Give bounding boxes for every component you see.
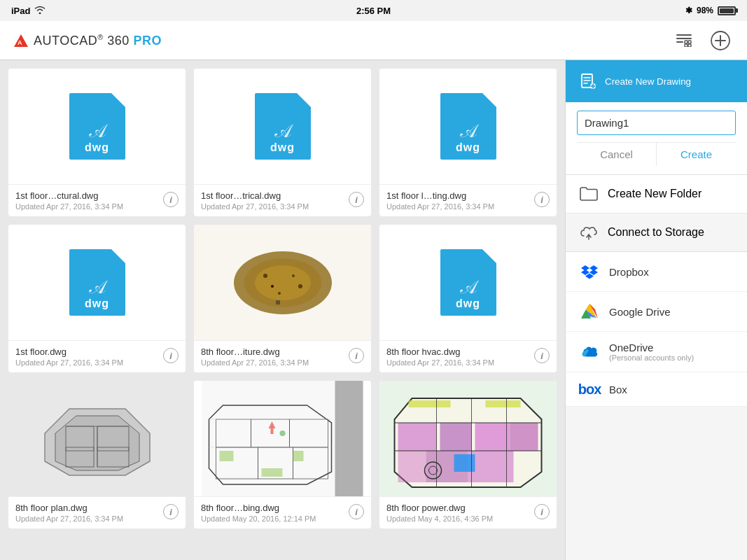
info-button[interactable]: i (163, 192, 179, 207)
file-info: 8th floor…iture.dwg Updated Apr 27, 2016… (194, 340, 371, 372)
google-drive-icon (580, 302, 599, 321)
file-card[interactable]: 8th floor plan.dwg Updated Apr 27, 2016,… (8, 381, 186, 528)
file-card[interactable]: 8th floor power.dwg Updated May 4, 2016,… (379, 381, 557, 528)
onedrive-sub-label: (Personal accounts only) (609, 354, 694, 362)
onedrive-service-button[interactable]: OneDrive (Personal accounts only) (566, 332, 747, 372)
create-button[interactable]: Create (657, 143, 736, 166)
file-date: Updated May 4, 2016, 4:36 PM (386, 514, 530, 523)
info-button[interactable]: i (163, 504, 179, 519)
svg-point-14 (298, 284, 302, 288)
folder-icon (580, 186, 598, 202)
file-meta: 8th floor…bing.dwg Updated May 20, 2016,… (201, 503, 344, 523)
dwg-file-icon: 𝒜 dwg (69, 249, 125, 316)
svg-rect-53 (454, 454, 475, 472)
sidebar-panel: Create New Drawing Cancel Create Create … (565, 60, 747, 560)
file-date: Updated Apr 27, 2016, 3:34 PM (15, 514, 159, 523)
dwg-label: dwg (456, 298, 480, 310)
info-button[interactable]: i (349, 348, 364, 363)
box-label: Box (609, 384, 627, 396)
connect-storage-label: Connect to Storage (608, 226, 704, 239)
wifi-icon (34, 6, 46, 16)
info-button[interactable]: i (534, 348, 550, 363)
dropbox-service-button[interactable]: Dropbox (566, 252, 747, 292)
svg-rect-4 (688, 41, 691, 43)
status-left: iPad (11, 6, 46, 16)
dwg-label: dwg (270, 141, 295, 154)
file-thumbnail (194, 381, 371, 496)
add-button[interactable] (708, 28, 733, 53)
file-card[interactable]: 𝒜 dwg 1st floor…ctural.dwg Updated Apr 2… (8, 69, 186, 216)
box-service-button[interactable]: box Box (566, 372, 747, 407)
box-icon: box (580, 382, 599, 396)
file-info: 8th floor plan.dwg Updated Apr 27, 2016,… (8, 496, 186, 528)
create-drawing-label: Create New Drawing (605, 76, 691, 87)
floor-plan-preview (223, 237, 342, 328)
onedrive-label: OneDrive (609, 342, 694, 354)
cancel-button[interactable]: Cancel (577, 143, 657, 166)
dwg-label: dwg (85, 141, 109, 154)
info-button[interactable]: i (534, 192, 550, 207)
dwg-file-icon: 𝒜 dwg (440, 93, 496, 160)
svg-rect-1 (676, 38, 692, 39)
svg-rect-47 (440, 423, 472, 451)
dwg-file-icon: 𝒜 dwg (440, 249, 496, 316)
info-button[interactable]: i (349, 504, 364, 519)
svg-rect-2 (676, 41, 683, 43)
file-info: 8th floor power.dwg Updated May 4, 2016,… (379, 496, 557, 528)
file-thumbnail: 𝒜 dwg (194, 69, 371, 184)
file-name: 8th floor…iture.dwg (201, 346, 344, 357)
svg-rect-55 (486, 400, 521, 407)
status-bar: iPad 2:56 PM ✱ 98% (0, 0, 747, 21)
file-meta: 1st floor…trical.dwg Updated Apr 27, 201… (201, 190, 344, 211)
floor-plan-preview (194, 381, 371, 496)
autocad-a-icon: 𝒜 (90, 122, 105, 140)
onedrive-icon (580, 342, 599, 362)
file-info: 1st floor…trical.dwg Updated Apr 27, 201… (194, 184, 371, 216)
status-time: 2:56 PM (356, 6, 391, 16)
file-date: Updated Apr 27, 2016, 3:34 PM (386, 202, 530, 211)
dropbox-icon (580, 262, 599, 281)
create-new-folder-button[interactable]: Create New Folder (566, 175, 747, 214)
file-grid-container: 𝒜 dwg 1st floor…ctural.dwg Updated Apr 2… (0, 60, 565, 560)
file-date: Updated Apr 27, 2016, 3:34 PM (15, 358, 159, 367)
app-title: AUTOCAD® 360 PRO (34, 33, 162, 48)
create-new-drawing-button[interactable]: Create New Drawing (566, 60, 747, 102)
file-card[interactable]: 𝒜 dwg 1st floor.dwg Updated Apr 27, 2016… (8, 225, 186, 372)
info-button[interactable]: i (349, 192, 364, 207)
dwg-file-icon: 𝒜 dwg (69, 93, 125, 160)
create-folder-label: Create New Folder (608, 188, 701, 200)
file-card[interactable]: 8th floor…bing.dwg Updated May 20, 2016,… (194, 381, 371, 528)
info-button[interactable]: i (163, 348, 179, 363)
drawing-name-input[interactable] (577, 111, 736, 135)
file-card[interactable]: 8th floor…iture.dwg Updated Apr 27, 2016… (194, 225, 371, 372)
list-view-button[interactable] (671, 28, 697, 53)
new-drawing-icon (580, 73, 596, 90)
file-thumbnail (194, 225, 371, 340)
info-button[interactable]: i (534, 504, 550, 519)
file-meta: 1st floor l…ting.dwg Updated Apr 27, 201… (386, 190, 530, 211)
svg-point-15 (278, 292, 281, 295)
file-thumbnail: 𝒜 dwg (379, 69, 557, 184)
file-info: 8th floor hvac.dwg Updated Apr 27, 2016,… (379, 340, 557, 372)
file-card[interactable]: 𝒜 dwg 1st floor l…ting.dwg Updated Apr 2… (379, 69, 557, 216)
onedrive-info: OneDrive (Personal accounts only) (609, 342, 694, 362)
google-drive-service-button[interactable]: Google Drive (566, 292, 747, 332)
svg-rect-50 (398, 451, 426, 482)
file-card[interactable]: 𝒜 dwg 8th floor hvac.dwg Updated Apr 27,… (379, 225, 557, 372)
battery-percent: 98% (697, 6, 713, 15)
file-thumbnail: 𝒜 dwg (379, 225, 557, 340)
header: AUTOCAD® 360 PRO (0, 21, 747, 60)
file-date: Updated Apr 27, 2016, 3:34 PM (15, 202, 159, 211)
svg-point-16 (292, 274, 295, 277)
floor-plan-preview (379, 381, 557, 496)
google-drive-label: Google Drive (609, 306, 671, 318)
file-card[interactable]: 𝒜 dwg 1st floor…trical.dwg Updated Apr 2… (194, 69, 371, 216)
file-meta: 8th floor…iture.dwg Updated Apr 27, 2016… (201, 346, 344, 367)
file-date: Updated May 20, 2016, 12:14 PM (201, 514, 344, 523)
dwg-file-icon: 𝒜 dwg (255, 93, 311, 160)
file-date: Updated Apr 27, 2016, 3:34 PM (201, 202, 344, 211)
file-thumbnail (8, 381, 186, 496)
file-meta: 8th floor plan.dwg Updated Apr 27, 2016,… (15, 503, 159, 523)
file-name: 8th floor power.dwg (386, 503, 530, 513)
main-content: 𝒜 dwg 1st floor…ctural.dwg Updated Apr 2… (0, 60, 747, 560)
